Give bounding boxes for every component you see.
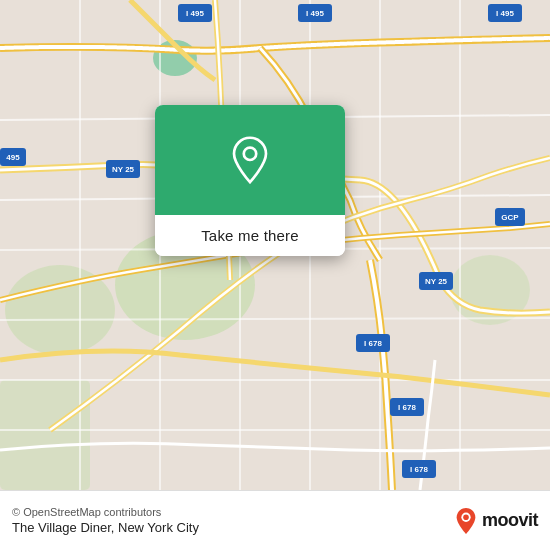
popup-header: [155, 105, 345, 215]
moovit-logo: moovit: [454, 507, 538, 535]
svg-text:I 495: I 495: [186, 9, 204, 18]
attribution-text: © OpenStreetMap contributors: [12, 506, 199, 518]
moovit-pin-icon: [454, 507, 478, 535]
popup-card: Take me there: [155, 105, 345, 256]
svg-point-40: [463, 514, 469, 520]
svg-text:NY 25: NY 25: [112, 165, 135, 174]
svg-text:I 678: I 678: [410, 465, 428, 474]
svg-text:495: 495: [6, 153, 20, 162]
bottom-left: © OpenStreetMap contributors The Village…: [12, 506, 199, 535]
svg-text:I 678: I 678: [364, 339, 382, 348]
location-pin-icon: [226, 136, 274, 184]
bottom-bar: © OpenStreetMap contributors The Village…: [0, 490, 550, 550]
svg-text:NY 25: NY 25: [425, 277, 448, 286]
moovit-brand-text: moovit: [482, 510, 538, 531]
svg-point-38: [244, 148, 256, 160]
svg-text:GCP: GCP: [501, 213, 519, 222]
map-container: I 495 I 495 I 495 495 NY 25 NY 25 I 678 …: [0, 0, 550, 490]
take-me-there-button[interactable]: Take me there: [155, 215, 345, 256]
svg-text:I 678: I 678: [398, 403, 416, 412]
svg-rect-4: [0, 380, 90, 490]
svg-text:I 495: I 495: [306, 9, 324, 18]
location-name: The Village Diner, New York City: [12, 520, 199, 535]
svg-text:I 495: I 495: [496, 9, 514, 18]
